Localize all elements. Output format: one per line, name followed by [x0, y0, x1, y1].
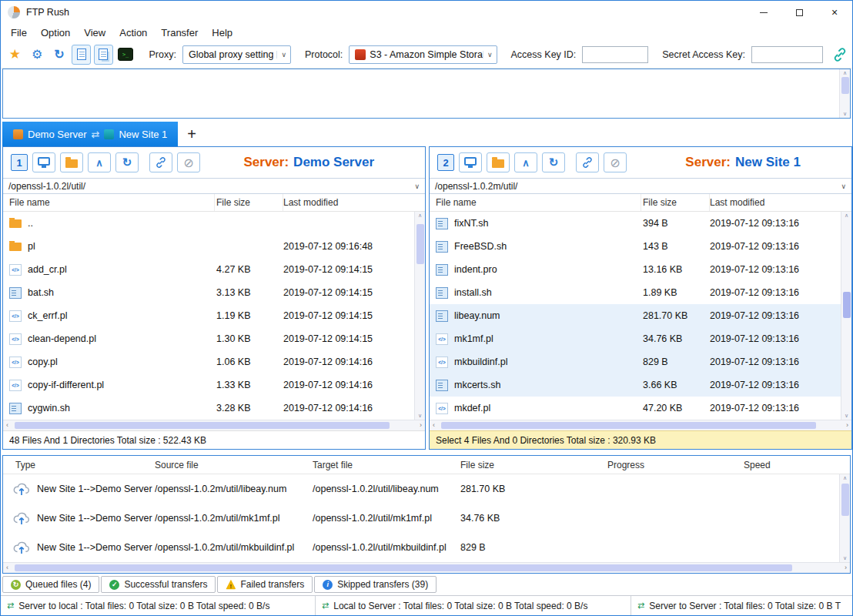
scroll-up-icon[interactable]: ∧	[840, 70, 850, 76]
refresh-button[interactable]: ↻	[542, 152, 565, 172]
queue-row[interactable]: New Site 1-->Demo Server/openssl-1.0.2m/…	[3, 474, 839, 504]
menu-action[interactable]: Action	[112, 25, 154, 40]
scroll-right-icon[interactable]: ›	[846, 421, 848, 429]
transfer-queue-button[interactable]	[94, 45, 113, 65]
column-file-name[interactable]: File name	[430, 194, 641, 211]
scroll-left-icon[interactable]: ‹	[433, 421, 435, 429]
menu-option[interactable]: Option	[34, 25, 77, 40]
local-browser-button[interactable]	[32, 152, 55, 172]
scroll-thumb[interactable]	[441, 422, 816, 429]
add-tab-button[interactable]: +	[187, 126, 196, 146]
scroll-left-icon[interactable]: ‹	[6, 564, 8, 571]
up-directory-button[interactable]: ∧	[514, 152, 537, 172]
transfers-tab-skipped[interactable]: iSkipped transfers (39)	[314, 576, 437, 593]
file-row[interactable]: </>mkbuildinf.pl829 B2019-07-12 09:13:16	[430, 350, 841, 373]
column-source-file[interactable]: Source file	[155, 460, 313, 470]
session-tab[interactable]: Demo Server ⇄ New Site 1	[2, 122, 178, 146]
column-file-size[interactable]: File size	[641, 194, 710, 211]
file-row[interactable]: fixNT.sh394 B2019-07-12 09:13:16	[430, 212, 841, 235]
scroll-thumb[interactable]	[15, 564, 792, 571]
connect-button[interactable]	[149, 152, 172, 172]
folder-button[interactable]	[487, 152, 510, 172]
protocol-select[interactable]: S3 - Amazon Simple Stora ∨	[349, 45, 497, 64]
column-target-file[interactable]: Target file	[313, 460, 460, 470]
abort-button[interactable]: ⊘	[604, 152, 627, 172]
file-row[interactable]: </>mk1mf.pl34.76 KB2019-07-12 09:13:16	[430, 327, 841, 350]
menu-view[interactable]: View	[77, 25, 112, 40]
file-list-scrollbar[interactable]: ∧ ∨	[841, 212, 851, 420]
local-browser-button[interactable]	[459, 152, 482, 172]
file-row[interactable]: </>clean-depend.pl1.30 KB2019-07-12 09:1…	[3, 327, 414, 350]
reconnect-button[interactable]: ↻	[50, 45, 69, 65]
transfers-tab-failed[interactable]: !Failed transfers	[217, 576, 313, 593]
file-row[interactable]: mkcerts.sh3.66 KB2019-07-12 09:13:16	[430, 373, 841, 397]
queue-horizontal-scrollbar[interactable]: ‹ ›	[3, 562, 850, 573]
scroll-down-icon[interactable]: ∨	[841, 413, 851, 419]
column-type[interactable]: Type	[3, 460, 155, 470]
menu-transfer[interactable]: Transfer	[154, 25, 205, 40]
scroll-up-icon[interactable]: ∧	[841, 213, 851, 219]
file-row[interactable]: bat.sh3.13 KB2019-07-12 09:14:15	[3, 281, 414, 304]
up-directory-button[interactable]: ∧	[88, 152, 111, 172]
file-row[interactable]: pl2019-07-12 09:16:48	[3, 235, 414, 258]
file-row[interactable]: </>copy-if-different.pl1.33 KB2019-07-12…	[3, 373, 414, 397]
file-row[interactable]: install.sh1.89 KB2019-07-12 09:13:16	[430, 281, 841, 304]
scroll-thumb[interactable]	[416, 224, 424, 264]
file-row[interactable]: </>add_cr.pl4.27 KB2019-07-12 09:14:15	[3, 258, 414, 281]
scroll-thumb[interactable]	[841, 484, 849, 516]
queue-row[interactable]: New Site 1-->Demo Server/openssl-1.0.2m/…	[3, 533, 839, 562]
queue-scrollbar[interactable]: ∧ ∨	[839, 474, 850, 562]
access-key-input[interactable]	[582, 46, 648, 63]
connect-button[interactable]	[576, 152, 599, 172]
file-row[interactable]: </>copy.pl1.06 KB2019-07-12 09:14:16	[3, 350, 414, 373]
terminal-button[interactable]: >_	[116, 45, 135, 65]
menu-help[interactable]: Help	[205, 25, 239, 40]
queue-row[interactable]: New Site 1-->Demo Server/openssl-1.0.2m/…	[3, 504, 839, 533]
scroll-right-icon[interactable]: ›	[845, 564, 847, 571]
scroll-left-icon[interactable]: ‹	[6, 421, 8, 429]
column-speed[interactable]: Speed	[744, 460, 850, 470]
proxy-select[interactable]: Global proxy setting ∨	[182, 45, 291, 64]
file-row[interactable]: </>ck_errf.pl1.19 KB2019-07-12 09:14:15	[3, 304, 414, 327]
column-last-modified[interactable]: Last modified	[283, 197, 425, 208]
log-scrollbar[interactable]: ∧ ∨	[839, 69, 850, 118]
minimize-button[interactable]	[746, 1, 781, 24]
column-last-modified[interactable]: Last modified	[710, 197, 851, 208]
path-combobox[interactable]: /openssl-1.0.2m/util/ ∨	[430, 178, 851, 194]
horizontal-scrollbar[interactable]: ‹ ›	[430, 420, 851, 430]
scroll-down-icon[interactable]: ∨	[415, 413, 425, 419]
transfer-log-button[interactable]	[72, 45, 91, 65]
folder-button[interactable]	[60, 152, 83, 172]
sync-link-icon[interactable]	[832, 47, 848, 62]
horizontal-scrollbar[interactable]: ‹ ›	[3, 420, 425, 430]
refresh-button[interactable]: ↻	[115, 152, 139, 172]
scroll-down-icon[interactable]: ∨	[840, 111, 850, 117]
file-row[interactable]: </>mkdef.pl47.20 KB2019-07-12 09:13:16	[430, 397, 841, 420]
scroll-thumb[interactable]	[843, 292, 851, 318]
scroll-down-icon[interactable]: ∨	[840, 555, 850, 561]
scroll-right-icon[interactable]: ›	[420, 421, 422, 429]
scroll-thumb[interactable]	[15, 422, 390, 429]
scroll-thumb[interactable]	[841, 77, 849, 94]
scroll-up-icon[interactable]: ∧	[415, 213, 425, 219]
column-file-name[interactable]: File name	[3, 194, 215, 211]
scroll-up-icon[interactable]: ∧	[840, 475, 850, 481]
transfers-tab-success[interactable]: ✓Successful transfers	[101, 576, 216, 593]
file-row[interactable]: libeay.num281.70 KB2019-07-12 09:13:16	[430, 304, 841, 327]
settings-button[interactable]: ⚙	[28, 45, 47, 65]
maximize-button[interactable]	[781, 1, 817, 24]
close-button[interactable]: ×	[817, 1, 852, 24]
file-list-scrollbar[interactable]: ∧ ∨	[414, 212, 425, 420]
file-row[interactable]: FreeBSD.sh143 B2019-07-12 09:13:16	[430, 235, 841, 258]
favorites-button[interactable]: ★	[5, 45, 25, 65]
abort-button[interactable]: ⊘	[177, 152, 200, 172]
file-row[interactable]: indent.pro13.16 KB2019-07-12 09:13:16	[430, 258, 841, 281]
secret-key-input[interactable]	[751, 46, 823, 63]
file-row[interactable]: cygwin.sh3.28 KB2019-07-12 09:14:16	[3, 397, 414, 420]
column-file-size[interactable]: File size	[215, 194, 283, 211]
file-row[interactable]: ..	[3, 212, 414, 235]
path-combobox[interactable]: /openssl-1.0.2l/util/ ∨	[3, 178, 425, 194]
transfers-tab-queued[interactable]: ↻Queued files (4)	[2, 576, 99, 593]
menu-file[interactable]: File	[4, 25, 34, 40]
column-progress[interactable]: Progress	[607, 460, 744, 470]
